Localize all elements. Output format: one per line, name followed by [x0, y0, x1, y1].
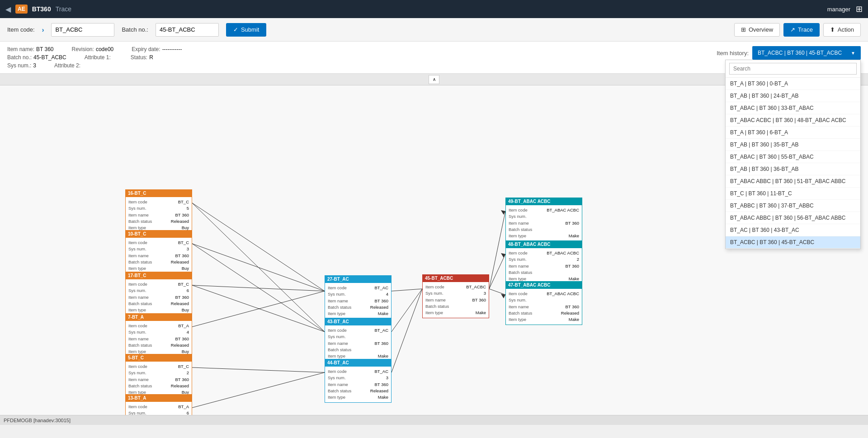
overview-button[interactable]: ⊞ Overview — [734, 23, 780, 37]
node-field-label: Batch status — [328, 304, 351, 311]
header-left: ◀ AE BT360 Trace — [5, 5, 71, 14]
dropdown-item-9[interactable]: BT_C | BT 360 | 11-BT_C — [726, 188, 860, 200]
sys-num-field: Sys num.: 3 — [7, 62, 36, 69]
grid-icon[interactable]: ⊞ — [856, 4, 863, 14]
node-field-value: Released — [171, 218, 189, 225]
dropdown-arrow-icon: ▼ — [851, 51, 855, 56]
node-header-16-BT_C: 16-BT_C — [125, 189, 192, 197]
node-field-value: BT 360 — [566, 263, 579, 269]
overview-label: Overview — [749, 26, 773, 33]
action-button[interactable]: ⬆ Action — [823, 23, 861, 37]
item-code-arrow[interactable]: › — [42, 26, 44, 33]
item-code-label: Item code: — [7, 26, 35, 33]
dropdown-item-5[interactable]: BT_AB | BT 360 | 35-BT_AB — [726, 139, 860, 151]
node-49-BT_ABAC ACBC[interactable]: 49-BT_ABAC ACBCItem codeBT_ABAC ACBCSys … — [505, 198, 582, 241]
node-field-value: Released — [171, 259, 189, 265]
node-row: Item codeBT_ACBC — [425, 284, 486, 290]
node-7-BT_A[interactable]: 7-BT_AItem codeBT_ASys num.4Item nameBT … — [125, 313, 192, 357]
node-field-label: Item code — [425, 284, 444, 290]
dropdown-search-container — [726, 60, 860, 78]
node-body-48-BT_ABAC ACBC: Item codeBT_ABAC ACBCSys num.2Item nameB… — [505, 248, 582, 284]
node-field-label: Batch status — [128, 218, 152, 225]
item-history-dropdown: BT_ACBC | BT 360 | 45-BT_ACBC ▼ BT_A | B… — [752, 46, 861, 60]
node-field-value: BT 360 — [175, 212, 189, 218]
status-field: Status: R — [131, 54, 153, 61]
dropdown-item-1[interactable]: BT_AB | BT 360 | 24-BT_AB — [726, 90, 860, 102]
node-field-value: 3 — [484, 290, 486, 297]
attribute1-field: Attribute 1: — [85, 54, 113, 61]
item-code-input[interactable] — [51, 23, 114, 37]
dropdown-item-0[interactable]: BT_A | BT 360 | 0-BT_A — [726, 78, 860, 90]
node-field-value: Buy — [182, 307, 189, 313]
node-body-44-BT_AC: Item codeBT_ACSys num.3Item nameBT 360Ba… — [325, 367, 392, 403]
dropdown-item-2[interactable]: BT_ABAC | BT 360 | 33-BT_ABAC — [726, 102, 860, 114]
node-row: Item nameBT 360 — [509, 263, 579, 269]
dropdown-item-8[interactable]: BT_ABAC ABBC | BT 360 | 51-BT_ABAC ABBC — [726, 175, 860, 188]
node-row: Item nameBT 360 — [509, 220, 579, 226]
node-field-label: Sys num. — [328, 375, 346, 381]
node-row: Item codeBT_C — [128, 240, 189, 246]
node-field-label: Sys num. — [509, 213, 527, 220]
node-row: Batch status — [509, 269, 579, 276]
node-row: Item codeBT_A — [128, 323, 189, 329]
node-field-label: Batch status — [128, 342, 152, 349]
node-field-value: Released — [171, 342, 189, 349]
dropdown-item-12[interactable]: BT_AC | BT 360 | 43-BT_AC — [726, 224, 860, 236]
node-48-BT_ABAC ACBC[interactable]: 48-BT_ABAC ACBCItem codeBT_ABAC ACBCSys … — [505, 240, 582, 284]
dropdown-item-11[interactable]: BT_ABAC ABBC | BT 360 | 56-BT_ABAC ABBC — [726, 212, 860, 224]
node-43-BT_AC[interactable]: 43-BT_ACItem codeBT_ACSys num.Item nameB… — [325, 318, 392, 362]
node-row: Item codeBT_ABAC ACBC — [509, 291, 579, 297]
node-body-10-BT_C: Item codeBT_CSys num.3Item nameBT 360Bat… — [125, 238, 192, 274]
node-row: Item nameBT 360 — [128, 253, 189, 259]
node-row: Item codeBT_ABAC ACBC — [509, 207, 579, 213]
node-field-value: BT_AC — [374, 368, 388, 375]
node-field-label: Batch status — [128, 259, 152, 265]
dropdown-search-input[interactable] — [729, 63, 857, 75]
node-row: Batch statusReleased — [128, 342, 189, 349]
node-row: Item typeMake — [425, 310, 486, 316]
dropdown-item-7[interactable]: BT_AB | BT 360 | 36-BT_AB — [726, 163, 860, 175]
node-10-BT_C[interactable]: 10-BT_CItem codeBT_CSys num.3Item nameBT… — [125, 230, 192, 274]
item-name-label: Item name: — [7, 46, 34, 52]
node-47-BT_ABAC ACBC[interactable]: 47-BT_ABAC ACBCItem codeBT_ABAC ACBCSys … — [505, 281, 582, 325]
node-field-label: Item name — [128, 377, 149, 383]
node-field-value: BT 360 — [375, 381, 388, 388]
node-header-45-BT_ACBC: 45-BT_ACBC — [422, 274, 489, 282]
collapse-button[interactable]: ∧ — [429, 75, 439, 84]
node-45-BT_ACBC[interactable]: 45-BT_ACBCItem codeBT_ACBCSys num.3Item … — [422, 274, 489, 318]
node-row: Sys num.4 — [128, 329, 189, 335]
node-field-value: 6 — [187, 287, 189, 294]
batch-no-info-label: Batch no.: — [7, 54, 32, 61]
back-button[interactable]: ◀ — [5, 5, 11, 14]
node-row: Sys num.3 — [128, 246, 189, 252]
node-field-label: Item code — [509, 250, 528, 256]
node-field-value: BT_A — [178, 404, 189, 410]
item-history-button[interactable]: BT_ACBC | BT 360 | 45-BT_ACBC ▼ — [752, 46, 861, 60]
node-field-value: 5 — [187, 205, 189, 212]
expiry-label: Expiry date: — [132, 46, 160, 52]
node-field-label: Sys num. — [328, 334, 346, 340]
trace-button[interactable]: ↗ Trace — [783, 23, 820, 37]
node-row: Sys num.5 — [128, 205, 189, 212]
node-header-27-BT_AC: 27-BT_AC — [325, 275, 392, 283]
dropdown-item-6[interactable]: BT_ABAC | BT 360 | 55-BT_ABAC — [726, 151, 860, 163]
dropdown-item-13[interactable]: BT_ACBC | BT 360 | 45-BT_ACBC — [726, 236, 860, 249]
dropdown-item-4[interactable]: BT_A | BT 360 | 6-BT_A — [726, 127, 860, 139]
node-field-label: Sys num. — [509, 297, 527, 303]
toolbar-nav: ⊞ Overview ↗ Trace ⬆ Action — [734, 23, 861, 37]
node-44-BT_AC[interactable]: 44-BT_ACItem codeBT_ACSys num.3Item name… — [325, 359, 392, 403]
node-16-BT_C[interactable]: 16-BT_CItem codeBT_CSys num.5Item nameBT… — [125, 189, 192, 233]
dropdown-item-3[interactable]: BT_ABAC ACBC | BT 360 | 48-BT_ABAC ACBC — [726, 114, 860, 127]
status-bar: PFDEMOGB [hanadev:30015] — [0, 415, 868, 425]
batch-no-input[interactable] — [156, 23, 219, 37]
node-27-BT_AC[interactable]: 27-BT_ACItem codeBT_ACSys num.4Item name… — [325, 275, 392, 319]
item-name-value: BT 360 — [36, 46, 53, 52]
submit-button[interactable]: ✓ Submit — [226, 23, 266, 37]
dropdown-list: BT_A | BT 360 | 0-BT_ABT_AB | BT 360 | 2… — [726, 78, 860, 249]
node-17-BT_C[interactable]: 17-BT_CItem codeBT_CSys num.6Item nameBT… — [125, 272, 192, 316]
node-5-BT_C[interactable]: 5-BT_CItem codeBT_CSys num.2Item nameBT … — [125, 354, 192, 398]
node-field-label: Item name — [128, 294, 149, 301]
node-field-label: Item name — [128, 212, 149, 218]
node-row: Sys num.4 — [328, 291, 388, 297]
dropdown-item-10[interactable]: BT_ABBC | BT 360 | 37-BT_ABBC — [726, 200, 860, 212]
